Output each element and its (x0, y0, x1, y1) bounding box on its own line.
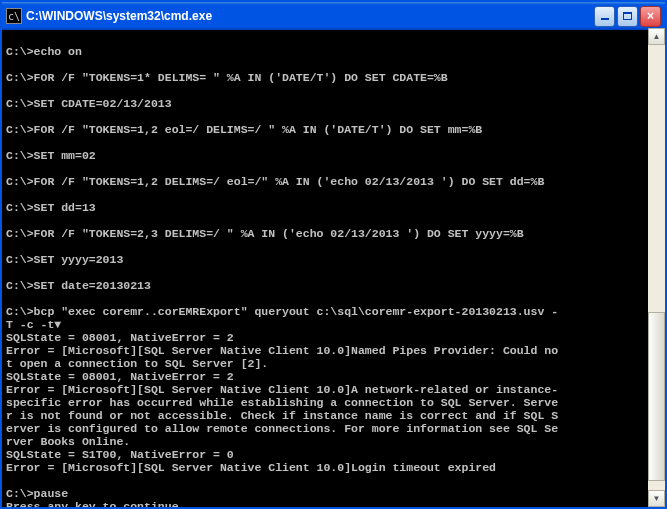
minimize-icon (601, 18, 609, 20)
scroll-track[interactable] (648, 45, 665, 490)
cmd-icon: c\ (6, 8, 22, 24)
window-controls: × (594, 6, 661, 27)
console-output[interactable]: C:\>echo on C:\>FOR /F "TOKENS=1* DELIMS… (2, 30, 665, 507)
maximize-button[interactable] (617, 6, 638, 27)
scroll-down-button[interactable]: ▼ (648, 490, 665, 507)
scroll-up-button[interactable]: ▲ (648, 28, 665, 45)
minimize-button[interactable] (594, 6, 615, 27)
maximize-icon (623, 12, 632, 20)
close-icon: × (647, 9, 654, 23)
close-button[interactable]: × (640, 6, 661, 27)
vertical-scrollbar[interactable]: ▲ ▼ (648, 28, 665, 507)
window-title: C:\WINDOWS\system32\cmd.exe (26, 9, 594, 23)
scroll-thumb[interactable] (648, 312, 665, 481)
cmd-window: c\ C:\WINDOWS\system32\cmd.exe × C:\>ech… (0, 0, 667, 509)
titlebar[interactable]: c\ C:\WINDOWS\system32\cmd.exe × (2, 2, 665, 30)
